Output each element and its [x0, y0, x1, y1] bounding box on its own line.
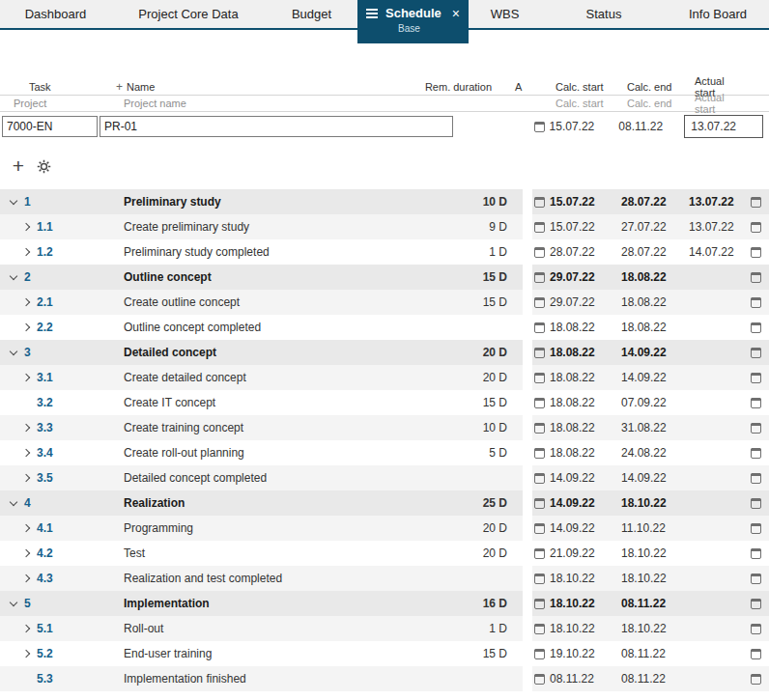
- add-task-button[interactable]: +: [8, 155, 29, 177]
- task-calc-start[interactable]: 29.07.22: [550, 270, 621, 284]
- task-calc-start[interactable]: 14.09.22: [550, 521, 621, 535]
- project-name-input[interactable]: [100, 116, 453, 137]
- task-number[interactable]: 1: [24, 195, 31, 209]
- task-rem-duration[interactable]: 9 D: [440, 220, 507, 234]
- task-calc-end[interactable]: 18.10.22: [621, 496, 689, 510]
- task-calc-end[interactable]: 28.07.22: [621, 195, 689, 209]
- calendar-icon[interactable]: [534, 624, 545, 634]
- close-icon[interactable]: ×: [452, 7, 460, 20]
- settings-button[interactable]: [37, 159, 51, 174]
- task-calc-start[interactable]: 18.08.22: [550, 421, 621, 434]
- task-calc-start[interactable]: 14.09.22: [550, 496, 621, 510]
- calendar-icon[interactable]: [751, 674, 761, 685]
- task-actual-start[interactable]: 14.07.22: [689, 245, 747, 259]
- task-name[interactable]: Outline concept: [116, 270, 440, 284]
- task-number[interactable]: 5.2: [37, 647, 53, 660]
- calendar-icon[interactable]: [534, 122, 545, 132]
- task-name[interactable]: Roll-out: [116, 622, 440, 635]
- calendar-icon[interactable]: [534, 423, 545, 434]
- task-actual-start[interactable]: 13.07.22: [689, 195, 747, 209]
- task-row-5[interactable]: 5Implementation16 D18.10.2208.11.22: [0, 591, 769, 616]
- calendar-icon[interactable]: [534, 649, 545, 659]
- task-number[interactable]: 3.4: [37, 446, 53, 460]
- task-calc-start[interactable]: 08.11.22: [550, 672, 621, 686]
- task-calc-end[interactable]: 07.09.22: [621, 396, 689, 409]
- task-calc-start[interactable]: 28.07.22: [550, 245, 621, 259]
- calendar-icon[interactable]: [751, 649, 761, 659]
- task-rem-duration[interactable]: 5 D: [440, 446, 507, 460]
- task-calc-start[interactable]: 29.07.22: [550, 295, 621, 309]
- task-name[interactable]: Detailed concept completed: [116, 471, 440, 485]
- task-name[interactable]: Create training concept: [116, 421, 440, 434]
- task-name[interactable]: Outline concept completed: [116, 321, 440, 334]
- task-calc-end[interactable]: 18.10.22: [621, 546, 689, 560]
- chevron-right-icon[interactable]: [22, 650, 30, 658]
- calendar-icon[interactable]: [751, 348, 761, 358]
- task-row-5.1[interactable]: 5.1Roll-out1 D18.10.2218.10.22: [0, 616, 769, 641]
- task-name[interactable]: Realization and test completed: [116, 572, 440, 585]
- task-calc-start[interactable]: 18.08.22: [550, 396, 621, 409]
- task-rem-duration[interactable]: 15 D: [440, 270, 507, 284]
- chevron-down-icon[interactable]: [10, 599, 17, 606]
- task-rem-duration[interactable]: 10 D: [440, 195, 507, 209]
- task-number[interactable]: 3.2: [37, 396, 53, 409]
- chevron-right-icon[interactable]: [22, 424, 30, 432]
- calendar-icon[interactable]: [751, 373, 761, 383]
- task-name[interactable]: Realization: [116, 496, 440, 510]
- task-calc-start[interactable]: 18.10.22: [550, 597, 621, 610]
- task-rem-duration[interactable]: 16 D: [440, 597, 507, 610]
- task-number[interactable]: 3: [24, 346, 31, 359]
- calendar-icon[interactable]: [751, 297, 761, 308]
- task-calc-end[interactable]: 18.10.22: [621, 622, 689, 635]
- calendar-icon[interactable]: [534, 498, 545, 509]
- task-row-2[interactable]: 2Outline concept15 D29.07.2218.08.22: [0, 265, 769, 290]
- calendar-icon[interactable]: [751, 599, 761, 609]
- chevron-right-icon[interactable]: [22, 323, 30, 331]
- calendar-icon[interactable]: [534, 398, 545, 408]
- task-row-4.1[interactable]: 4.1Programming20 D14.09.2211.10.22: [0, 516, 769, 541]
- tab-schedule[interactable]: Schedule×Base: [357, 0, 469, 43]
- calendar-icon[interactable]: [534, 272, 545, 283]
- task-row-5.3[interactable]: 5.3Implementation finished08.11.2208.11.…: [0, 666, 769, 691]
- task-rem-duration[interactable]: 20 D: [440, 546, 507, 560]
- chevron-right-icon[interactable]: [22, 248, 30, 256]
- chevron-right-icon[interactable]: [22, 474, 30, 482]
- calendar-icon[interactable]: [751, 398, 761, 408]
- task-row-1[interactable]: 1Preliminary study10 D15.07.2228.07.2213…: [0, 189, 769, 214]
- tab-wbs[interactable]: WBS: [469, 0, 541, 28]
- task-number[interactable]: 5.3: [37, 672, 53, 686]
- calendar-icon[interactable]: [751, 624, 761, 634]
- task-calc-end[interactable]: 14.09.22: [621, 471, 689, 485]
- calendar-icon[interactable]: [534, 523, 545, 534]
- task-calc-start[interactable]: 14.09.22: [550, 471, 621, 485]
- task-calc-end[interactable]: 28.07.22: [621, 245, 689, 259]
- task-calc-start[interactable]: 18.08.22: [550, 321, 621, 334]
- chevron-right-icon[interactable]: [22, 449, 30, 457]
- task-row-5.2[interactable]: 5.2End-user training15 D19.10.2208.11.22: [0, 641, 769, 666]
- task-calc-start[interactable]: 18.08.22: [550, 346, 621, 359]
- task-name[interactable]: Implementation: [116, 597, 440, 610]
- task-name[interactable]: Programming: [116, 521, 440, 535]
- task-calc-start[interactable]: 18.08.22: [550, 446, 621, 460]
- calendar-icon[interactable]: [751, 574, 761, 584]
- task-number[interactable]: 4.3: [37, 572, 53, 585]
- task-name[interactable]: Detailed concept: [116, 346, 440, 359]
- calendar-icon[interactable]: [751, 272, 761, 283]
- task-number[interactable]: 4.2: [37, 546, 53, 560]
- calendar-icon[interactable]: [534, 348, 545, 358]
- chevron-right-icon[interactable]: [22, 574, 30, 582]
- calendar-icon[interactable]: [751, 322, 761, 333]
- calendar-icon[interactable]: [534, 448, 545, 459]
- task-calc-end[interactable]: 18.08.22: [621, 295, 689, 309]
- calendar-icon[interactable]: [751, 423, 761, 434]
- chevron-right-icon[interactable]: [22, 223, 30, 231]
- calendar-icon[interactable]: [534, 373, 545, 383]
- task-rem-duration[interactable]: 15 D: [440, 647, 507, 660]
- task-number[interactable]: 1.1: [37, 220, 53, 234]
- task-row-3.1[interactable]: 3.1Create detailed concept20 D18.08.2214…: [0, 365, 769, 390]
- tab-budget[interactable]: Budget: [266, 0, 357, 28]
- task-calc-end[interactable]: 27.07.22: [621, 220, 689, 234]
- project-actual-start-input[interactable]: 13.07.22: [684, 115, 763, 138]
- task-number[interactable]: 3.5: [37, 471, 53, 485]
- calendar-icon[interactable]: [751, 222, 761, 233]
